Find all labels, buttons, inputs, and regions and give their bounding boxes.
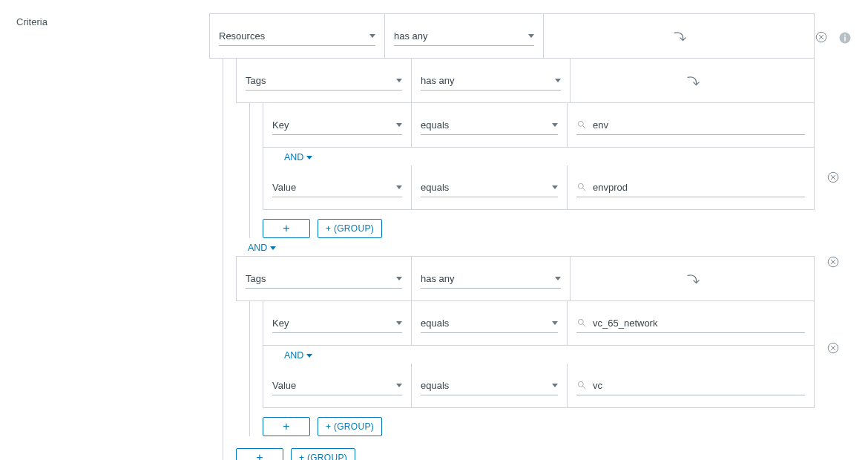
subject-value: Tags (246, 273, 266, 284)
subject-value: Tags (246, 75, 266, 86)
join-toggle[interactable]: AND (263, 148, 814, 165)
join-label: AND (284, 350, 303, 361)
add-group-button[interactable]: + (GROUP) (318, 219, 382, 238)
chevron-down-icon (396, 79, 402, 82)
remove-icon[interactable] (826, 171, 840, 184)
criteria-kv-block: Key equals (263, 103, 815, 210)
operator-select[interactable]: has any (394, 27, 534, 46)
value-input[interactable] (591, 379, 805, 392)
subject-value: Resources (219, 30, 265, 42)
svg-line-7 (583, 387, 586, 390)
value-input[interactable] (591, 119, 805, 131)
add-group-button[interactable]: + (GROUP) (318, 417, 382, 436)
criteria-group-tags: Tags has any (236, 59, 815, 103)
chevron-down-icon (396, 321, 402, 325)
svg-rect-12 (844, 37, 846, 42)
search-icon (576, 380, 587, 390)
chevron-down-icon (396, 185, 402, 189)
criteria-group-tags: Tags has any (236, 256, 815, 301)
chevron-down-icon (396, 123, 402, 127)
operator-select[interactable]: has any (421, 71, 561, 91)
chevron-down-icon (396, 277, 402, 280)
chevron-down-icon (396, 384, 402, 387)
field-value: Value (272, 182, 296, 193)
join-label: AND (284, 152, 303, 162)
operator-select[interactable]: has any (421, 269, 561, 289)
svg-rect-13 (844, 35, 846, 36)
chevron-down-icon (270, 246, 276, 250)
comparator-select[interactable]: equals (421, 314, 558, 333)
svg-point-6 (578, 381, 583, 387)
field-select[interactable]: Key (272, 116, 402, 135)
add-group-button[interactable]: + (GROUP) (291, 448, 355, 460)
value-search[interactable] (576, 116, 805, 135)
field-value: Value (272, 380, 296, 391)
value-input[interactable] (591, 317, 805, 329)
search-icon (576, 182, 587, 192)
subject-select[interactable]: Tags (246, 71, 402, 91)
action-rail (815, 13, 852, 355)
comparator-select[interactable]: equals (421, 116, 558, 135)
chevron-down-icon (552, 123, 558, 127)
operator-value: has any (421, 273, 455, 284)
subject-select[interactable]: Tags (246, 269, 402, 289)
expand-arrow-icon[interactable] (671, 28, 687, 45)
chevron-down-icon (552, 384, 558, 387)
operator-value: has any (394, 30, 428, 42)
remove-icon[interactable] (826, 341, 840, 355)
criteria-group-root: Resources has any (209, 13, 815, 59)
add-rule-button[interactable]: + (263, 417, 310, 436)
field-value: Key (272, 318, 289, 329)
chevron-down-icon (552, 185, 558, 189)
join-label: AND (248, 243, 267, 253)
chevron-down-icon (528, 34, 534, 38)
comparator-value: equals (421, 119, 449, 131)
criteria-kv-block: Key equals (263, 301, 815, 408)
info-icon[interactable] (838, 31, 852, 45)
field-select[interactable]: Value (272, 178, 402, 197)
expand-arrow-icon[interactable] (684, 73, 700, 89)
comparator-value: equals (421, 182, 449, 193)
chevron-down-icon (555, 277, 561, 280)
svg-line-3 (583, 188, 586, 191)
comparator-select[interactable]: equals (421, 178, 558, 197)
value-input[interactable] (591, 181, 805, 194)
add-rule-button[interactable]: + (263, 219, 310, 238)
svg-line-1 (583, 126, 586, 129)
join-toggle[interactable]: AND (263, 346, 814, 364)
comparator-value: equals (421, 380, 449, 391)
svg-point-4 (578, 319, 583, 324)
chevron-down-icon (555, 79, 561, 82)
chevron-down-icon (306, 156, 312, 160)
comparator-value: equals (421, 318, 449, 329)
remove-icon[interactable] (826, 255, 840, 269)
field-select[interactable]: Key (272, 314, 402, 333)
search-icon (576, 318, 587, 328)
chevron-down-icon (369, 34, 375, 38)
add-rule-button[interactable]: + (236, 448, 283, 460)
value-search[interactable] (576, 314, 805, 333)
comparator-select[interactable]: equals (421, 376, 558, 395)
remove-icon[interactable] (815, 30, 828, 44)
field-value: Key (272, 119, 289, 131)
svg-point-2 (578, 183, 583, 188)
criteria-label: Criteria (16, 13, 209, 27)
join-toggle[interactable]: AND (236, 238, 815, 256)
value-search[interactable] (576, 178, 805, 197)
operator-value: has any (421, 75, 455, 86)
expand-arrow-icon[interactable] (684, 271, 700, 287)
svg-line-5 (583, 324, 586, 327)
svg-point-0 (578, 121, 583, 126)
field-select[interactable]: Value (272, 376, 402, 395)
search-icon (576, 119, 587, 130)
chevron-down-icon (306, 354, 312, 358)
chevron-down-icon (552, 321, 558, 325)
subject-select[interactable]: Resources (219, 27, 375, 46)
value-search[interactable] (576, 376, 805, 395)
